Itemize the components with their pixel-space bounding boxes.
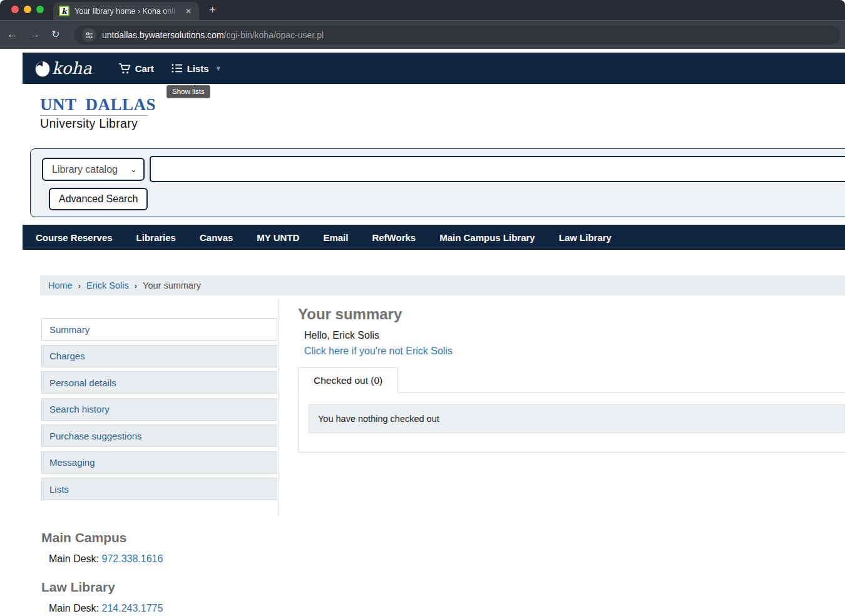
- chevron-right-icon: ›: [135, 281, 137, 290]
- chevron-right-icon: ›: [78, 281, 81, 290]
- tab-strip: k Your library home › Koha onli ✕ +: [0, 0, 845, 20]
- cart-button[interactable]: Cart: [118, 63, 154, 74]
- breadcrumb: Home › Erick Solis › Your summary: [40, 275, 845, 295]
- nav-main-campus-library[interactable]: Main Campus Library: [439, 232, 535, 243]
- greeting-text: Hello, Erick Solis: [304, 330, 845, 341]
- tab-checked-out[interactable]: Checked out (0): [298, 367, 398, 393]
- university-library-text: University Library: [40, 116, 148, 131]
- select-chevron-icon: ⌄: [130, 165, 137, 174]
- breadcrumb-current: Your summary: [143, 280, 201, 290]
- breadcrumb-home-link[interactable]: Home: [48, 280, 73, 290]
- zoom-window-button[interactable]: [36, 6, 44, 13]
- desk-label: Main Desk:: [49, 553, 99, 564]
- url-path: /cgi-bin/koha/opac-user.pl: [224, 30, 324, 40]
- page-title: Your summary: [298, 306, 845, 322]
- catalog-select[interactable]: Library catalog ⌄: [42, 158, 145, 181]
- show-lists-tooltip: Show lists: [166, 85, 210, 98]
- koha-header: koha Cart Lists ▾: [23, 53, 845, 84]
- summary-tabs: Checked out (0): [298, 367, 845, 393]
- back-icon[interactable]: ←: [7, 28, 18, 41]
- nav-libraries[interactable]: Libraries: [136, 232, 176, 243]
- lists-label: Lists: [187, 63, 209, 74]
- chevron-down-icon: ▾: [217, 64, 220, 73]
- desk-label: Main Desk:: [49, 603, 99, 613]
- sidebar-item-charges[interactable]: Charges: [41, 345, 277, 367]
- url-bar[interactable]: untdallas.bywatersolutions.com/cgi-bin/k…: [74, 26, 840, 44]
- main-campus-desk-line: Main Desk: 972.338.1616: [49, 553, 845, 565]
- not-you-link[interactable]: Click here if you're not Erick Solis: [304, 346, 453, 357]
- new-tab-button[interactable]: +: [209, 3, 216, 17]
- law-library-heading: Law Library: [41, 580, 845, 595]
- main-campus-phone-link[interactable]: 972.338.1616: [101, 553, 163, 564]
- account-sidebar: Summary Charges Personal details Search …: [40, 299, 279, 516]
- nav-canvas[interactable]: Canvas: [200, 232, 233, 243]
- law-library-phone-link[interactable]: 214.243.1775: [101, 603, 163, 613]
- sidebar-item-summary[interactable]: Summary: [41, 318, 277, 341]
- empty-checkouts-message: You have nothing checked out: [309, 404, 845, 433]
- search-input[interactable]: [150, 156, 845, 182]
- site-info-icon[interactable]: [82, 28, 96, 42]
- url-domain: untdallas.bywatersolutions.com: [102, 30, 224, 40]
- koha-logo[interactable]: koha: [34, 59, 92, 78]
- dallas-text: DALLAS: [86, 95, 156, 115]
- browser-toolbar: ← → ↻ untdallas.bywatersolutions.com/cgi…: [0, 20, 845, 49]
- search-panel: Library catalog ⌄ Advanced Search: [30, 148, 845, 217]
- breadcrumb-user-link[interactable]: Erick Solis: [86, 280, 129, 290]
- nav-course-reserves[interactable]: Course Reserves: [36, 232, 113, 243]
- cart-label: Cart: [135, 63, 154, 74]
- unt-dallas-wordmark: UNT DALLAS: [40, 95, 148, 115]
- close-tab-icon[interactable]: ✕: [183, 6, 193, 17]
- sidebar-item-search-history[interactable]: Search history: [41, 398, 277, 421]
- reload-icon[interactable]: ↻: [51, 28, 59, 40]
- url-text: untdallas.bywatersolutions.com/cgi-bin/k…: [102, 30, 324, 40]
- logo-rule: [40, 115, 148, 116]
- forward-icon[interactable]: →: [29, 28, 40, 41]
- nav-email[interactable]: Email: [323, 232, 348, 243]
- browser-chrome: k Your library home › Koha onli ✕ + ← → …: [0, 0, 845, 49]
- browser-tab[interactable]: k Your library home › Koha onli ✕: [53, 2, 199, 20]
- advanced-search-button[interactable]: Advanced Search: [49, 188, 148, 210]
- page-viewport: koha Cart Lists ▾ Show lists UNT DALLAS: [0, 53, 845, 616]
- library-logo[interactable]: UNT DALLAS University Library: [40, 95, 148, 131]
- main-campus-heading: Main Campus: [41, 530, 845, 545]
- catalog-select-value: Library catalog: [52, 164, 118, 175]
- koha-bird-icon: [34, 59, 51, 78]
- tab-title: Your library home › Koha onli: [74, 7, 178, 16]
- close-window-button[interactable]: [11, 6, 19, 13]
- nav-law-library[interactable]: Law Library: [559, 232, 612, 243]
- minimize-window-button[interactable]: [24, 6, 31, 13]
- nav-refworks[interactable]: RefWorks: [372, 232, 416, 243]
- content-area: Summary Charges Personal details Search …: [40, 299, 845, 516]
- sidebar-item-lists[interactable]: Lists: [41, 478, 277, 500]
- lists-menu-button[interactable]: Lists ▾: [172, 63, 220, 74]
- site-navbar: Course Reserves Libraries Canvas MY UNTD…: [23, 225, 845, 250]
- checked-out-panel: You have nothing checked out: [298, 393, 845, 453]
- nav-my-untd[interactable]: MY UNTD: [257, 232, 299, 243]
- sidebar-item-messaging[interactable]: Messaging: [41, 451, 277, 474]
- law-library-desk-line: Main Desk: 214.243.1775: [49, 603, 845, 614]
- koha-favicon-icon: k: [59, 6, 69, 16]
- koha-logo-text: koha: [52, 59, 92, 78]
- unt-text: UNT: [40, 95, 77, 115]
- sidebar-item-personal-details[interactable]: Personal details: [41, 371, 277, 394]
- cart-icon: [118, 63, 131, 74]
- summary-main: Your summary Hello, Erick Solis Click he…: [279, 299, 845, 516]
- library-contact-info: Main Campus Main Desk: 972.338.1616 Law …: [41, 530, 845, 614]
- list-icon: [172, 63, 183, 73]
- sidebar-item-purchase-suggestions[interactable]: Purchase suggestions: [41, 424, 277, 447]
